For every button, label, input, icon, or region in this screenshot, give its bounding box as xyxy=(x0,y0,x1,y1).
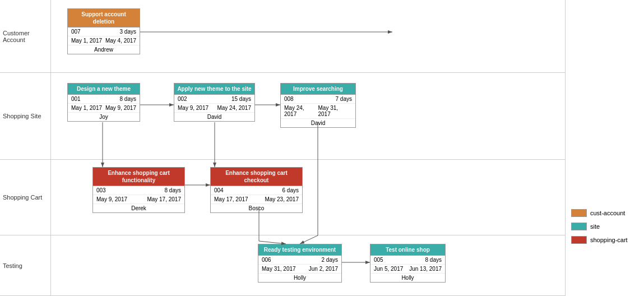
card-date1-func: May 9, 2017 xyxy=(96,196,127,202)
card-enhance-func[interactable]: Enhance shopping cart functionality 0038… xyxy=(92,167,185,213)
card-num-checkout: 004 xyxy=(214,187,224,193)
card-header-checkout: Enhance shopping cart checkout xyxy=(211,168,302,186)
legend-color-cust xyxy=(571,209,587,217)
card-num-func: 003 xyxy=(96,187,106,193)
card-enhance-checkout[interactable]: Enhance shopping cart checkout 0046 days… xyxy=(210,167,303,213)
card-days-design: 8 days xyxy=(120,96,136,102)
card-test-online[interactable]: Test online shop 0058 days Jun 5, 2017Ju… xyxy=(370,244,446,283)
card-date1-design: May 1, 2017 xyxy=(71,105,102,111)
card-num-online: 005 xyxy=(374,257,383,263)
legend-label-cart: shopping-cart xyxy=(590,237,628,243)
card-ready-test[interactable]: Ready testing environment 0062 days May … xyxy=(258,244,342,283)
card-header-ready: Ready testing environment xyxy=(258,244,341,255)
main-container: Customer Account Shopping Site Shopping … xyxy=(0,0,644,296)
row-label-cart: Shopping Cart xyxy=(0,160,50,235)
legend-item-site: site xyxy=(571,223,638,230)
card-date1-support: May 1, 2017 xyxy=(71,38,102,44)
card-days-func: 8 days xyxy=(165,187,181,193)
card-person-online: Holly xyxy=(370,274,445,282)
card-days-ready: 2 days xyxy=(322,257,338,263)
card-days-support: 3 days xyxy=(120,29,136,35)
card-support-account[interactable]: Support account deletion 0073 days May 1… xyxy=(67,8,140,54)
card-date2-apply: May 24, 2017 xyxy=(217,105,251,111)
card-improve-search[interactable]: Improve searching 0087 days May 24, 2017… xyxy=(280,83,356,128)
card-person-apply: David xyxy=(174,113,254,121)
card-date2-online: Jun 13, 2017 xyxy=(409,266,442,272)
card-num-ready: 006 xyxy=(262,257,271,263)
legend-item-cust: cust-account xyxy=(571,209,638,217)
card-date1-ready: May 31, 2017 xyxy=(262,266,296,272)
card-apply-theme[interactable]: Apply new theme to the site 00215 days M… xyxy=(174,83,255,122)
legend-label-site: site xyxy=(590,223,600,230)
row-label-customer: Customer Account xyxy=(0,0,50,72)
card-person-search: David xyxy=(281,119,355,127)
legend-label-cust: cust-account xyxy=(590,210,625,216)
legend-item-cart: shopping-cart xyxy=(571,236,638,244)
card-num-support: 007 xyxy=(71,29,81,35)
card-date1-checkout: May 17, 2017 xyxy=(214,196,248,202)
card-header-apply: Apply new theme to the site xyxy=(174,84,254,94)
row-label-site: Shopping Site xyxy=(0,73,50,159)
diagram-area: Customer Account Shopping Site Shopping … xyxy=(0,0,566,296)
card-date2-design: May 9, 2017 xyxy=(105,105,136,111)
legend-color-site xyxy=(571,223,587,230)
card-header-support: Support account deletion xyxy=(68,9,140,27)
card-date1-online: Jun 5, 2017 xyxy=(374,266,403,272)
card-date1-search: May 24, 2017 xyxy=(284,105,318,117)
card-date2-search: May 31, 2017 xyxy=(318,105,353,117)
card-header-online: Test online shop xyxy=(370,244,445,255)
card-num-design: 001 xyxy=(71,96,81,102)
card-person-support: Andrew xyxy=(68,45,140,54)
card-header-search: Improve searching xyxy=(281,84,355,94)
card-num-search: 008 xyxy=(284,96,294,102)
card-days-checkout: 6 days xyxy=(282,187,299,193)
card-header-design: Design a new theme xyxy=(68,84,140,94)
card-date2-checkout: May 23, 2017 xyxy=(265,196,299,202)
card-design-theme[interactable]: Design a new theme 0018 days May 1, 2017… xyxy=(67,83,140,122)
card-header-func: Enhance shopping cart functionality xyxy=(93,168,184,186)
card-person-func: Derek xyxy=(93,204,184,212)
card-person-checkout: Bosco xyxy=(211,204,302,212)
legend-color-cart xyxy=(571,236,587,244)
card-person-ready: Holly xyxy=(258,274,341,282)
card-date2-func: May 17, 2017 xyxy=(147,196,181,202)
card-person-design: Joy xyxy=(68,113,140,121)
card-days-apply: 15 days xyxy=(231,96,251,102)
card-num-apply: 002 xyxy=(178,96,187,102)
card-date1-apply: May 9, 2017 xyxy=(178,105,209,111)
card-days-online: 8 days xyxy=(425,257,442,263)
legend-panel: cust-account site shopping-cart xyxy=(566,157,644,296)
card-date2-support: May 4, 2017 xyxy=(105,38,136,44)
card-days-search: 7 days xyxy=(336,96,352,102)
card-date2-ready: Jun 2, 2017 xyxy=(309,266,338,272)
row-label-testing: Testing xyxy=(0,235,50,295)
